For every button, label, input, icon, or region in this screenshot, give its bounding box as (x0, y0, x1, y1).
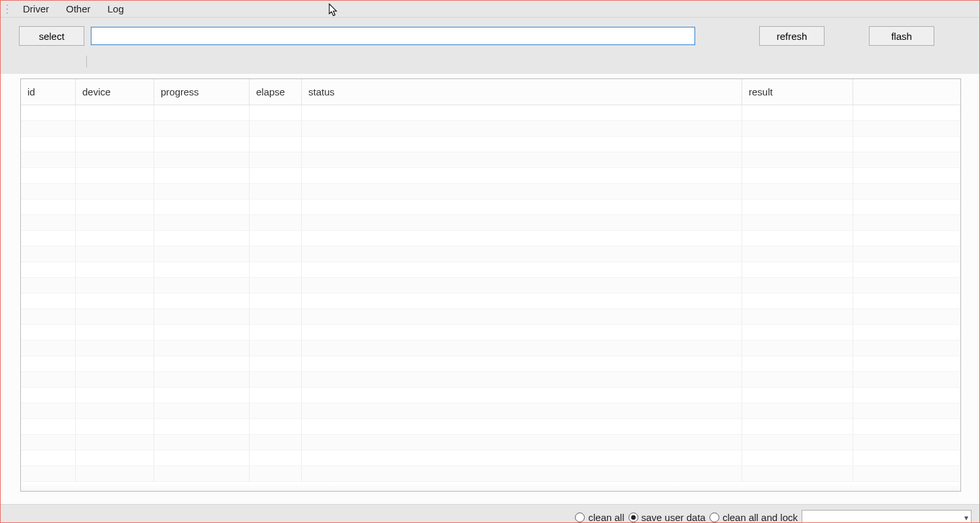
table-cell (76, 105, 154, 121)
table-cell (853, 325, 960, 341)
table-cell (21, 168, 76, 184)
table-cell (250, 105, 302, 121)
col-status[interactable]: status (302, 79, 742, 105)
table-row[interactable] (21, 388, 960, 403)
table-cell (250, 466, 302, 482)
table-cell (853, 231, 960, 246)
table-row[interactable] (21, 403, 960, 419)
table-cell (853, 199, 960, 215)
table-cell (76, 388, 154, 403)
select-button[interactable]: select (19, 26, 84, 46)
table-cell (302, 403, 742, 419)
table-row[interactable] (21, 435, 960, 450)
footer-bar: clean allsave user dataclean all and loc… (1, 504, 979, 522)
table-row[interactable] (21, 309, 960, 325)
table-cell (302, 341, 742, 356)
radio-option-save-user-data[interactable]: save user data (629, 512, 706, 522)
table-cell (76, 152, 154, 168)
table-cell (76, 199, 154, 215)
table-cell (250, 435, 302, 450)
table-cell (76, 419, 154, 435)
table-cell (742, 246, 853, 262)
table-cell (250, 168, 302, 184)
menu-driver[interactable]: Driver (15, 2, 57, 16)
col-progress[interactable]: progress (154, 79, 250, 105)
table-cell (250, 294, 302, 309)
table-row[interactable] (21, 356, 960, 372)
col-spare[interactable] (853, 79, 960, 105)
table-cell (154, 435, 250, 450)
table-row[interactable] (21, 231, 960, 246)
table-row[interactable] (21, 121, 960, 137)
table-cell (302, 325, 742, 341)
table-cell (742, 262, 853, 278)
table-cell (302, 137, 742, 152)
table-cell (250, 262, 302, 278)
table-row[interactable] (21, 152, 960, 168)
table-cell (154, 184, 250, 199)
table-row[interactable] (21, 246, 960, 262)
table-cell (250, 246, 302, 262)
table-cell (250, 215, 302, 231)
radio-option-clean-all-and-lock[interactable]: clean all and lock (710, 512, 798, 522)
menu-other[interactable]: Other (58, 2, 99, 16)
flash-button[interactable]: flash (869, 26, 934, 46)
table-row[interactable] (21, 450, 960, 466)
table-row[interactable] (21, 341, 960, 356)
footer-combo[interactable]: ▾ (802, 510, 972, 523)
table-cell (853, 309, 960, 325)
table-row[interactable] (21, 466, 960, 482)
table-cell (853, 278, 960, 294)
table-cell (76, 466, 154, 482)
menu-log[interactable]: Log (100, 2, 132, 16)
radio-option-clean-all[interactable]: clean all (575, 512, 624, 522)
col-elapse[interactable]: elapse (250, 79, 302, 105)
table-row[interactable] (21, 184, 960, 199)
table-cell (250, 341, 302, 356)
table-cell (76, 121, 154, 137)
col-id[interactable]: id (21, 79, 76, 105)
table-row[interactable] (21, 262, 960, 278)
table-row[interactable] (21, 372, 960, 388)
table-cell (853, 403, 960, 419)
table-cell (76, 356, 154, 372)
table-row[interactable] (21, 168, 960, 184)
table-cell (742, 278, 853, 294)
table-row[interactable] (21, 325, 960, 341)
refresh-button[interactable]: refresh (759, 26, 825, 46)
col-device[interactable]: device (76, 79, 154, 105)
table-cell (742, 137, 853, 152)
table-row[interactable] (21, 215, 960, 231)
table-row[interactable] (21, 105, 960, 121)
app-window: Driver Other Log select refresh flash id… (0, 0, 980, 523)
table-cell (76, 294, 154, 309)
table-row[interactable] (21, 137, 960, 152)
table-cell (853, 184, 960, 199)
table-cell (302, 262, 742, 278)
chevron-down-icon: ▾ (964, 513, 968, 522)
table-cell (250, 278, 302, 294)
radio-label: save user data (642, 512, 706, 522)
table-cell (302, 121, 742, 137)
table-cell (21, 184, 76, 199)
table-cell (302, 278, 742, 294)
table-cell (853, 356, 960, 372)
table-cell (853, 168, 960, 184)
table-cell (302, 466, 742, 482)
table-cell (853, 388, 960, 403)
table-cell (302, 450, 742, 466)
table-cell (302, 168, 742, 184)
table-row[interactable] (21, 199, 960, 215)
table-row[interactable] (21, 419, 960, 435)
table-cell (742, 215, 853, 231)
table-cell (154, 121, 250, 137)
table-cell (21, 309, 76, 325)
table-cell (302, 294, 742, 309)
table-cell (21, 388, 76, 403)
file-path-input[interactable] (91, 27, 695, 45)
col-result[interactable]: result (742, 79, 853, 105)
table-row[interactable] (21, 294, 960, 309)
table-cell (21, 137, 76, 152)
flash-mode-options: clean allsave user dataclean all and loc… (575, 512, 798, 522)
table-row[interactable] (21, 278, 960, 294)
